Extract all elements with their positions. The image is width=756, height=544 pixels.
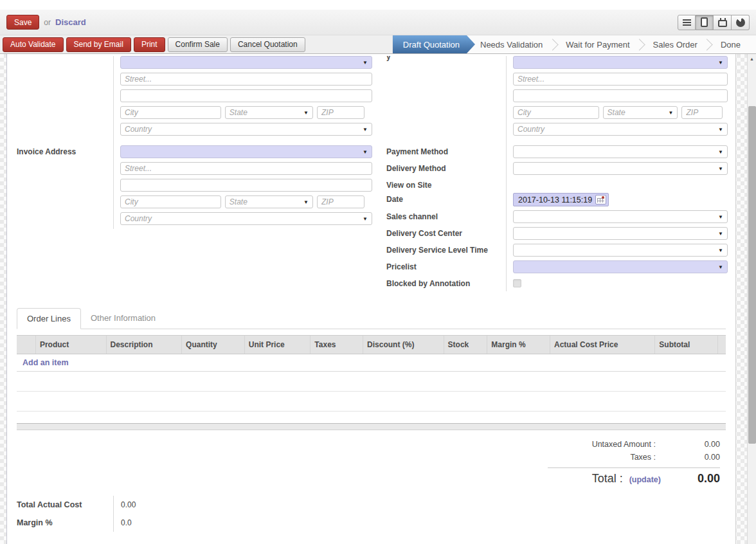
payment-method-label: Payment Method bbox=[386, 145, 507, 162]
save-button[interactable]: Save bbox=[6, 15, 39, 30]
tab-bar: Order Lines Other Information bbox=[17, 308, 726, 329]
handle-column-header bbox=[17, 336, 36, 354]
cancel-quotation-button[interactable]: Cancel Quotation bbox=[230, 37, 305, 52]
view-switcher bbox=[678, 15, 750, 30]
list-view-button[interactable] bbox=[678, 15, 696, 30]
form-view-button[interactable] bbox=[696, 15, 714, 30]
actual-cost-price-column-header: Actual Cost Price bbox=[550, 336, 655, 354]
chevron-down-icon: ▼ bbox=[669, 110, 674, 116]
total-actual-cost-label: Total Actual Cost bbox=[17, 496, 114, 514]
list-icon bbox=[683, 19, 691, 26]
invoice-country-select[interactable]: Country▼ bbox=[120, 212, 372, 225]
auto-validate-button[interactable]: Auto Validate bbox=[3, 37, 64, 52]
invoice-city-input[interactable] bbox=[120, 195, 221, 208]
subtotal-column-header: Subtotal bbox=[655, 336, 718, 354]
right-column: y ▼ State▼ Country▼ Payment Method ▼ Del bbox=[386, 56, 728, 291]
invoice-state-select[interactable]: State▼ bbox=[225, 195, 313, 208]
sales-channel-select[interactable]: ▼ bbox=[513, 210, 728, 223]
zip-input[interactable] bbox=[317, 106, 364, 119]
send-by-email-button[interactable]: Send by Email bbox=[66, 37, 131, 52]
chevron-down-icon: ▼ bbox=[718, 60, 723, 66]
totals-block: Untaxed Amount : 0.00 Taxes : 0.00 Total… bbox=[548, 438, 720, 485]
left-column: ▼ State▼ Country▼ Invoice Address ▼ bbox=[17, 56, 372, 291]
state-select[interactable]: State▼ bbox=[225, 106, 313, 119]
print-button[interactable]: Print bbox=[134, 37, 165, 52]
unit-price-column-header: Unit Price bbox=[245, 336, 311, 354]
street-input[interactable] bbox=[120, 73, 372, 86]
notebook: Order Lines Other Information Product De… bbox=[17, 308, 726, 485]
delivery-service-level-time-label: Delivery Service Level Time bbox=[386, 244, 507, 260]
invoice-street2-input[interactable] bbox=[120, 179, 372, 192]
chevron-separator-icon bbox=[548, 35, 561, 53]
invoice-address-label: Invoice Address bbox=[17, 145, 114, 162]
chevron-down-icon: ▼ bbox=[718, 248, 723, 253]
blocked-by-annotation-checkbox[interactable] bbox=[513, 279, 521, 287]
stock-column-header: Stock bbox=[444, 336, 488, 354]
delivery-cost-center-select[interactable]: ▼ bbox=[513, 227, 728, 240]
delivery-street-input[interactable] bbox=[513, 73, 728, 86]
confirm-sale-button[interactable]: Confirm Sale bbox=[168, 37, 228, 52]
tab-order-lines[interactable]: Order Lines bbox=[17, 308, 81, 329]
chevron-down-icon: ▼ bbox=[718, 214, 723, 220]
country-select[interactable]: Country▼ bbox=[120, 123, 372, 136]
status-step-done: Done bbox=[716, 35, 746, 53]
sales-channel-label: Sales channel bbox=[386, 210, 507, 227]
margin-column-header: Margin % bbox=[487, 336, 550, 354]
date-input[interactable]: 2017-10-13 11:15:19 bbox=[513, 193, 609, 206]
product-column-header: Product bbox=[36, 336, 107, 354]
scrollbar-thumb[interactable] bbox=[748, 106, 756, 444]
chevron-down-icon: ▼ bbox=[303, 110, 309, 116]
discard-link[interactable]: Discard bbox=[55, 17, 86, 27]
pricelist-select[interactable]: ▼ bbox=[513, 260, 728, 273]
chevron-down-icon: ▼ bbox=[363, 149, 368, 155]
calendar-view-button[interactable] bbox=[714, 15, 732, 30]
untaxed-amount-label: Untaxed Amount : bbox=[592, 440, 656, 449]
delivery-state-select[interactable]: State▼ bbox=[603, 106, 678, 119]
taxes-column-header: Taxes bbox=[310, 336, 363, 354]
status-step-draft-quotation: Draft Quotation bbox=[393, 35, 475, 53]
untaxed-amount-value: 0.00 bbox=[656, 440, 720, 449]
datepicker-calendar-icon[interactable] bbox=[595, 195, 606, 204]
add-an-item-link[interactable]: Add an item bbox=[17, 354, 726, 372]
tab-other-information[interactable]: Other Information bbox=[81, 308, 165, 329]
chevron-down-icon: ▼ bbox=[718, 149, 723, 155]
street2-input[interactable] bbox=[120, 89, 372, 102]
form-sheet: ▼ State▼ Country▼ Invoice Address ▼ bbox=[6, 54, 736, 544]
scroll-up-arrow-icon[interactable]: ▲ bbox=[748, 54, 756, 63]
delivery-partner-select[interactable]: ▼ bbox=[513, 56, 728, 69]
invoice-zip-input[interactable] bbox=[317, 195, 364, 208]
quantity-column-header: Quantity bbox=[182, 336, 245, 354]
workflow-bar: Auto Validate Send by Email Print Confir… bbox=[0, 35, 756, 54]
delivery-country-select[interactable]: Country▼ bbox=[513, 123, 728, 136]
form-columns: ▼ State▼ Country▼ Invoice Address ▼ bbox=[7, 56, 735, 291]
chevron-down-icon: ▼ bbox=[718, 231, 723, 237]
update-total-link[interactable]: (update) bbox=[629, 475, 661, 484]
date-label: Date bbox=[386, 193, 507, 210]
vertical-scrollbar[interactable]: ▲ bbox=[747, 54, 756, 544]
payment-method-select[interactable]: ▼ bbox=[513, 145, 728, 158]
city-input[interactable] bbox=[120, 106, 221, 119]
blocked-by-annotation-label: Blocked by Annotation bbox=[386, 277, 507, 291]
margin-percent-value: 0.0 bbox=[114, 514, 307, 532]
chevron-down-icon: ▼ bbox=[718, 264, 723, 270]
delivery-street2-input[interactable] bbox=[513, 89, 728, 102]
partner-select[interactable]: ▼ bbox=[120, 56, 372, 69]
delivery-city-input[interactable] bbox=[513, 106, 599, 119]
order-lines-table: Product Description Quantity Unit Price … bbox=[17, 335, 726, 430]
form-icon bbox=[701, 17, 708, 27]
status-pipeline: Draft Quotation Needs Validation Wait fo… bbox=[392, 35, 756, 53]
delivery-method-select[interactable]: ▼ bbox=[513, 162, 728, 175]
form-viewport: ▼ State▼ Country▼ Invoice Address ▼ bbox=[0, 54, 756, 544]
description-column-header: Description bbox=[107, 336, 183, 354]
chevron-down-icon: ▼ bbox=[363, 60, 368, 66]
chevron-down-icon: ▼ bbox=[718, 166, 723, 172]
invoice-address-select[interactable]: ▼ bbox=[120, 145, 372, 158]
chevron-separator-icon bbox=[635, 35, 648, 53]
invoice-street-input[interactable] bbox=[120, 162, 372, 175]
graph-view-button[interactable] bbox=[732, 15, 750, 30]
empty-table-row bbox=[17, 412, 726, 423]
delivery-service-level-time-select[interactable]: ▼ bbox=[513, 244, 728, 257]
status-step-sales-order: Sales Order bbox=[648, 35, 703, 53]
delivery-zip-input[interactable] bbox=[681, 106, 722, 119]
save-bar: Save or Discard bbox=[0, 10, 756, 35]
